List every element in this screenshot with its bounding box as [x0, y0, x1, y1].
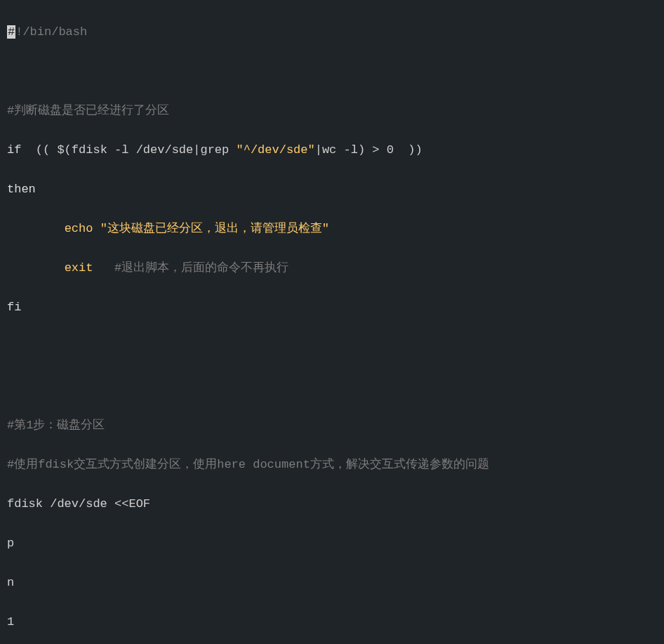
code-line: n: [7, 573, 657, 593]
code-text: p: [7, 537, 14, 550]
fdisk-cmd: fdisk: [72, 143, 107, 157]
grep-cmd: grep: [200, 143, 229, 157]
code-line: then: [7, 180, 657, 199]
code-line: #!/bin/bash: [7, 22, 657, 42]
comment: #退出脚本，后面的命令不再执行: [93, 261, 288, 275]
code-text: (( $(: [21, 143, 71, 157]
comment: #第1步：磁盘分区: [7, 419, 105, 432]
code-line: exit #退出脚本，后面的命令不再执行: [7, 258, 657, 278]
echo-keyword: echo: [65, 222, 93, 235]
code-line: [7, 62, 657, 81]
wc-cmd: wc: [322, 143, 336, 157]
code-text: 1: [7, 615, 14, 629]
code-text: |: [315, 143, 322, 157]
code-line: [7, 376, 657, 396]
code-block: #!/bin/bash #判断磁盘是否已经进行了分区 if (( $(fdisk…: [0, 0, 664, 644]
code-line: p: [7, 534, 657, 553]
indent: [7, 261, 65, 275]
code-text: -l) > 0 )): [336, 143, 422, 157]
comment: #使用fdisk交互式方式创建分区，使用here document方式，解决交互…: [7, 458, 489, 471]
code-line: #使用fdisk交互式方式创建分区，使用here document方式，解决交互…: [7, 455, 657, 475]
exit-keyword: exit: [65, 261, 93, 275]
if-keyword: if: [7, 143, 21, 157]
fi-keyword: fi: [7, 301, 21, 314]
code-text: fdisk /dev/sde <<EOF: [7, 497, 150, 511]
string-literal: "^/dev/sde": [229, 143, 314, 157]
code-line: fdisk /dev/sde <<EOF: [7, 494, 657, 514]
indent: [7, 222, 65, 235]
code-text: -l /dev/sde|: [107, 143, 201, 157]
code-line: #判断磁盘是否已经进行了分区: [7, 101, 657, 121]
code-line: #第1步：磁盘分区: [7, 416, 657, 435]
cursor-block: #: [7, 25, 15, 39]
then-keyword: then: [7, 183, 36, 196]
shebang-text: !/bin/bash: [15, 25, 87, 39]
code-line: [7, 337, 657, 357]
code-text: n: [7, 576, 14, 589]
code-line: 1: [7, 612, 657, 632]
string-literal: "这块磁盘已经分区，退出，请管理员检查": [93, 222, 329, 235]
code-line: echo "这块磁盘已经分区，退出，请管理员检查": [7, 219, 657, 239]
comment: #判断磁盘是否已经进行了分区: [7, 104, 169, 117]
code-line: fi: [7, 298, 657, 317]
code-line: if (( $(fdisk -l /dev/sde|grep "^/dev/sd…: [7, 140, 657, 160]
